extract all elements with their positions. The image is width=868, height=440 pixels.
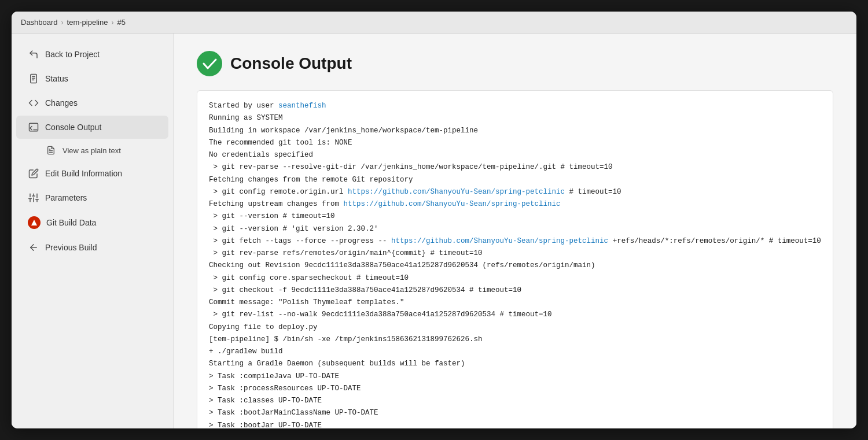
- console-line-11: > git --version # 'git version 2.30.2': [209, 223, 821, 235]
- arrow-left-icon: [28, 242, 39, 253]
- titlebar: Dashboard › tem-pipeline › #5: [12, 12, 856, 34]
- breadcrumb-dashboard[interactable]: Dashboard: [21, 18, 58, 27]
- console-line-14: Checking out Revision 9ecdc1111e3da388a7…: [209, 260, 821, 272]
- sidebar-item-console-output[interactable]: Console Output: [16, 116, 168, 139]
- svg-point-18: [197, 51, 222, 76]
- git-icon: [28, 216, 41, 229]
- sidebar-item-view-plain-text[interactable]: View as plain text: [16, 140, 168, 161]
- terminal-icon: [28, 121, 39, 133]
- sidebar-item-git-build-data-label: Git Build Data: [46, 218, 96, 227]
- console-line-2: Running as SYSTEM: [209, 112, 821, 124]
- sidebar-item-git-build-data[interactable]: Git Build Data: [16, 210, 168, 235]
- sidebar-item-back-to-project-label: Back to Project: [45, 50, 100, 59]
- remote-url-link-2[interactable]: https://github.com/ShanyouYu-Sean/spring…: [344, 200, 561, 208]
- file-text-icon: [45, 145, 57, 156]
- console-line-7: Fetching changes from the remote Git rep…: [209, 174, 821, 186]
- console-line-27: > Task :bootJar UP-TO-DATE: [209, 420, 821, 429]
- console-line-13: > git rev-parse refs/remotes/origin/main…: [209, 247, 821, 260]
- sidebar-item-changes[interactable]: Changes: [16, 91, 168, 114]
- breadcrumb-sep-1: ›: [61, 19, 64, 27]
- console-line-5: No credentials specified: [209, 149, 821, 161]
- arrow-up-left-icon: [28, 49, 39, 60]
- console-line-1: Started by user seanthefish: [209, 100, 821, 112]
- console-line-17: Commit message: "Polish Thymeleaf templa…: [209, 297, 821, 309]
- main-content: Console Output Started by user seanthefi…: [174, 34, 856, 428]
- sidebar-item-previous-build[interactable]: Previous Build: [16, 236, 168, 259]
- console-line-20: [tem-pipeline] $ /bin/sh -xe /tmp/jenkin…: [209, 334, 821, 346]
- console-line-3: Building in workspace /var/jenkins_home/…: [209, 125, 821, 137]
- console-line-8: > git config remote.origin.url https://g…: [209, 186, 821, 198]
- sidebar-item-parameters[interactable]: Parameters: [16, 186, 168, 209]
- console-line-10: > git --version # timeout=10: [209, 210, 821, 223]
- console-line-23: > Task :compileJava UP-TO-DATE: [209, 371, 821, 383]
- sidebar-item-view-plain-text-label: View as plain text: [62, 146, 121, 155]
- sidebar-item-changes-label: Changes: [45, 98, 78, 108]
- console-line-19: Copying file to deploy.py: [209, 321, 821, 334]
- console-line-22: Starting a Gradle Daemon (subsequent bui…: [209, 358, 821, 370]
- sidebar-item-edit-build-info-label: Edit Build Information: [45, 169, 122, 178]
- console-output-block: Started by user seanthefish Running as S…: [197, 90, 833, 428]
- sidebar-item-status[interactable]: Status: [16, 67, 168, 90]
- sidebar-item-console-output-label: Console Output: [45, 123, 101, 132]
- user-link[interactable]: seanthefish: [278, 102, 326, 110]
- sidebar-item-parameters-label: Parameters: [45, 193, 87, 202]
- success-icon: [197, 51, 222, 76]
- page-title: Console Output: [230, 54, 352, 73]
- remote-url-link-1[interactable]: https://github.com/ShanyouYu-Sean/spring…: [348, 188, 565, 196]
- console-line-6: > git rev-parse --resolve-git-dir /var/j…: [209, 161, 821, 173]
- page-header: Console Output: [197, 51, 833, 76]
- document-icon: [28, 73, 39, 84]
- sliders-icon: [28, 192, 39, 204]
- console-line-25: > Task :classes UP-TO-DATE: [209, 395, 821, 407]
- console-line-26: > Task :bootJarMainClassName UP-TO-DATE: [209, 407, 821, 419]
- breadcrumb-sep-2: ›: [111, 19, 113, 27]
- console-line-12: > git fetch --tags --force --progress --…: [209, 235, 821, 247]
- breadcrumb-build[interactable]: #5: [117, 18, 125, 27]
- console-line-24: > Task :processResources UP-TO-DATE: [209, 383, 821, 395]
- main-window: Dashboard › tem-pipeline › #5 Back to Pr…: [12, 12, 856, 428]
- console-line-4: The recommended git tool is: NONE: [209, 137, 821, 149]
- console-line-15: > git config core.sparsecheckout # timeo…: [209, 272, 821, 284]
- remote-url-link-3[interactable]: https://github.com/ShanyouYu-Sean/spring…: [391, 237, 608, 245]
- console-line-18: > git rev-list --no-walk 9ecdc1111e3da38…: [209, 309, 821, 321]
- sidebar-item-previous-build-label: Previous Build: [45, 243, 97, 252]
- console-line-21: + ./gradlew build: [209, 346, 821, 358]
- breadcrumb-pipeline[interactable]: tem-pipeline: [67, 18, 108, 27]
- sidebar: Back to Project Status: [12, 34, 174, 428]
- content-area: Back to Project Status: [12, 34, 856, 428]
- breadcrumb: Dashboard › tem-pipeline › #5: [21, 18, 126, 27]
- console-line-16: > git checkout -f 9ecdc1111e3da388a750ac…: [209, 284, 821, 297]
- console-line-9: Fetching upstream changes from https://g…: [209, 198, 821, 210]
- sidebar-item-edit-build-info[interactable]: Edit Build Information: [16, 162, 168, 185]
- code-icon: [28, 97, 39, 109]
- sidebar-item-back-to-project[interactable]: Back to Project: [16, 43, 168, 66]
- sidebar-item-status-label: Status: [45, 74, 68, 83]
- edit-icon: [28, 168, 39, 179]
